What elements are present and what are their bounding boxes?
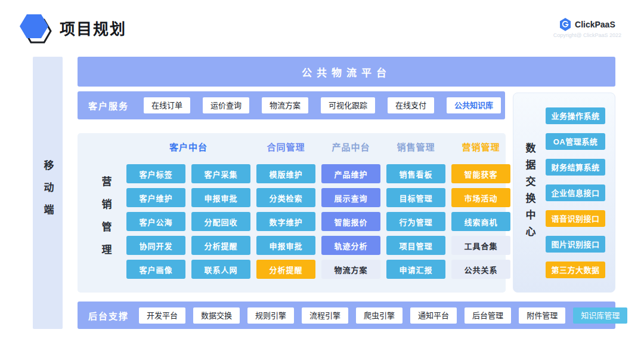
backend-button[interactable]: 通知平台: [410, 307, 457, 324]
data-exchange-button[interactable]: 图片识别接口: [546, 236, 605, 253]
matrix-cell[interactable]: 项目管理: [386, 236, 445, 255]
matrix-cell[interactable]: 数字维护: [256, 212, 315, 231]
matrix-cell[interactable]: 分类检索: [256, 188, 315, 207]
matrix-cell[interactable]: 分析提醒: [191, 236, 250, 255]
data-exchange-panel: 数据交换中心 业务操作系统OA管理系统财务结算系统企业信息接口语音识别接口图片识…: [513, 93, 615, 293]
backend-button[interactable]: 附件管理: [519, 307, 565, 324]
matrix-column-header: 产品中台: [321, 133, 380, 159]
backend-support-label: 后台支撑: [88, 309, 129, 322]
data-exchange-button[interactable]: OA管理系统: [546, 133, 605, 150]
matrix-column-header: 销售管理: [386, 133, 445, 159]
matrix-cell[interactable]: 客户维护: [126, 188, 185, 207]
backend-button[interactable]: 后台管理: [465, 307, 511, 324]
matrix-cell[interactable]: 申报审批: [256, 236, 315, 255]
matrix-cell[interactable]: 线索商机: [451, 212, 510, 231]
matrix-cell[interactable]: 智能获客: [451, 164, 510, 183]
data-exchange-button[interactable]: 企业信息接口: [546, 184, 605, 201]
app-logo-hexagon-icon: [20, 13, 55, 44]
matrix-cell[interactable]: 行为管理: [386, 212, 445, 231]
matrix-cell[interactable]: 工具合集: [451, 236, 510, 255]
top-banner: 公共物流平台: [78, 57, 615, 87]
matrix-cell[interactable]: 展示查询: [321, 188, 380, 207]
page-title: 项目规划: [60, 17, 126, 39]
matrix-column-header: 营销管理: [451, 133, 510, 159]
matrix-cell[interactable]: 客户标签: [126, 164, 185, 183]
customer-service-button[interactable]: 在线订单: [144, 97, 190, 113]
customer-service-button[interactable]: 运价查询: [203, 97, 249, 113]
matrix-cell[interactable]: 分析提醒: [256, 260, 315, 279]
matrix-cell[interactable]: 协同开发: [126, 236, 185, 255]
mobile-sidebar: 移动端: [33, 57, 63, 329]
page: 项目规划 ClickPaaS Copyright@ ClickPaaS 2022…: [0, 0, 644, 363]
backend-button[interactable]: 爬虫引擎: [356, 307, 402, 324]
customer-service-button[interactable]: 可视化跟踪: [321, 97, 375, 113]
data-exchange-list: 业务操作系统OA管理系统财务结算系统企业信息接口语音识别接口图片识别接口第三方大…: [546, 93, 615, 292]
backend-button[interactable]: 知识库管理: [573, 307, 627, 324]
top-banner-label: 公共物流平台: [302, 64, 391, 79]
matrix-cell[interactable]: 产品维护: [321, 164, 380, 183]
customer-service-button[interactable]: 公共知识库: [447, 97, 501, 113]
matrix-cell[interactable]: 客户公海: [126, 212, 185, 231]
matrix-cell[interactable]: 模版维护: [256, 164, 315, 183]
data-exchange-side-label: 数据交换中心: [522, 143, 537, 243]
customer-service-button[interactable]: 物流方案: [262, 97, 308, 113]
customer-service-button[interactable]: 在线支付: [388, 97, 434, 113]
backend-button[interactable]: 数据交换: [193, 307, 240, 324]
matrix-column-header: 合同管理: [256, 133, 315, 159]
clickpaas-hexagon-icon: [559, 18, 571, 31]
matrix-cell[interactable]: 申报审批: [191, 188, 250, 207]
matrix-column-header: 客户中台: [126, 133, 250, 159]
matrix-side-label-wrap: 营销管理: [91, 164, 120, 279]
matrix-side-label: 营销管理: [98, 176, 113, 267]
data-exchange-side-label-wrap: 数据交换中心: [513, 93, 546, 292]
matrix-cell[interactable]: 申请汇报: [386, 260, 445, 279]
matrix-cell[interactable]: 轨迹分析: [321, 236, 380, 255]
data-exchange-button[interactable]: 第三方大数据: [546, 262, 605, 278]
matrix-cell[interactable]: 智能报价: [321, 212, 380, 231]
matrix-cell[interactable]: 联系人网: [191, 260, 250, 279]
data-exchange-button[interactable]: 语音识别接口: [546, 210, 605, 227]
matrix-cell[interactable]: 公共关系: [451, 260, 510, 279]
matrix-cell[interactable]: 市场活动: [451, 188, 510, 207]
matrix-cell[interactable]: 分配回收: [191, 212, 250, 231]
brand-name: ClickPaaS: [575, 20, 615, 29]
matrix-cell[interactable]: 客户画像: [126, 260, 185, 279]
customer-service-bar: 客户服务 在线订单运价查询物流方案可视化跟踪在线支付公共知识库: [78, 91, 505, 119]
backend-button[interactable]: 流程引擎: [302, 307, 348, 324]
matrix-panel: 营销管理 客户中台合同管理产品中台销售管理营销管理客户标签客户采集模版维护产品维…: [78, 133, 506, 293]
customer-service-label: 客户服务: [88, 99, 129, 112]
backend-button[interactable]: 开发平台: [139, 307, 185, 324]
matrix-cell[interactable]: 客户采集: [191, 164, 250, 183]
matrix-cell[interactable]: 目标管理: [386, 188, 445, 207]
data-exchange-button[interactable]: 财务结算系统: [546, 159, 605, 176]
matrix-cell[interactable]: 物流方案: [321, 260, 380, 279]
data-exchange-button[interactable]: 业务操作系统: [546, 107, 605, 124]
backend-button[interactable]: 规则引擎: [247, 307, 294, 324]
matrix-cell[interactable]: 销售看板: [386, 164, 445, 183]
backend-support-bar: 后台支撑 开发平台数据交换规则引擎流程引擎爬虫引擎通知平台后台管理附件管理知识库…: [78, 302, 615, 329]
brand-logo: ClickPaaS Copyright@ ClickPaaS 2022: [553, 18, 621, 38]
copyright-text: Copyright@ ClickPaaS 2022: [553, 32, 621, 38]
mobile-sidebar-label: 移动端: [41, 160, 55, 226]
